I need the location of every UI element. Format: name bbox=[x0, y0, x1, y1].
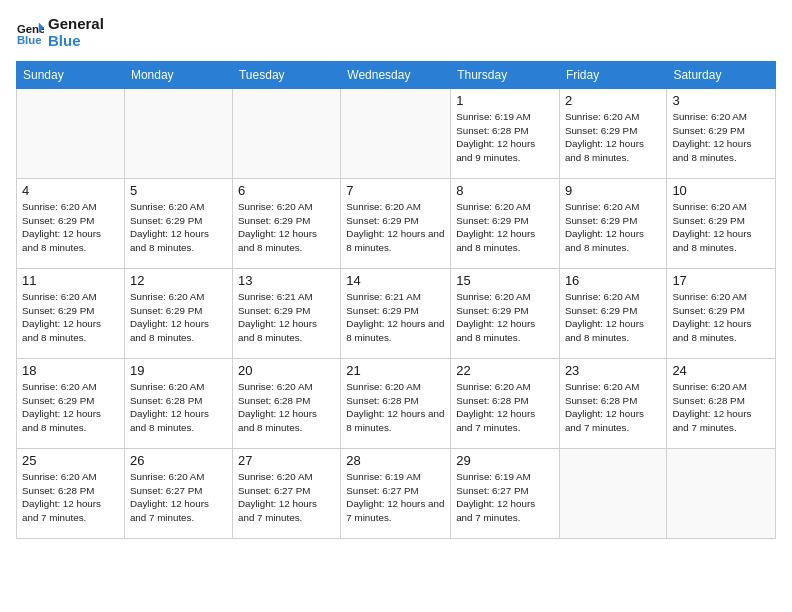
day-info: Sunrise: 6:20 AMSunset: 6:28 PMDaylight:… bbox=[672, 380, 770, 435]
calendar-cell bbox=[667, 449, 776, 539]
day-info: Sunrise: 6:20 AMSunset: 6:28 PMDaylight:… bbox=[130, 380, 227, 435]
day-number: 10 bbox=[672, 183, 770, 198]
day-number: 19 bbox=[130, 363, 227, 378]
day-info: Sunrise: 6:20 AMSunset: 6:27 PMDaylight:… bbox=[130, 470, 227, 525]
week-row-1: 1Sunrise: 6:19 AMSunset: 6:28 PMDaylight… bbox=[17, 89, 776, 179]
calendar-cell: 27Sunrise: 6:20 AMSunset: 6:27 PMDayligh… bbox=[232, 449, 340, 539]
day-number: 3 bbox=[672, 93, 770, 108]
day-info: Sunrise: 6:20 AMSunset: 6:29 PMDaylight:… bbox=[130, 290, 227, 345]
day-number: 26 bbox=[130, 453, 227, 468]
calendar-cell: 17Sunrise: 6:20 AMSunset: 6:29 PMDayligh… bbox=[667, 269, 776, 359]
day-header-wednesday: Wednesday bbox=[341, 62, 451, 89]
logo: General Blue General Blue bbox=[16, 16, 104, 49]
day-number: 1 bbox=[456, 93, 554, 108]
calendar-cell: 29Sunrise: 6:19 AMSunset: 6:27 PMDayligh… bbox=[451, 449, 560, 539]
calendar-cell: 9Sunrise: 6:20 AMSunset: 6:29 PMDaylight… bbox=[559, 179, 667, 269]
day-number: 2 bbox=[565, 93, 662, 108]
day-number: 18 bbox=[22, 363, 119, 378]
day-number: 14 bbox=[346, 273, 445, 288]
day-header-monday: Monday bbox=[124, 62, 232, 89]
day-info: Sunrise: 6:20 AMSunset: 6:28 PMDaylight:… bbox=[22, 470, 119, 525]
day-info: Sunrise: 6:20 AMSunset: 6:29 PMDaylight:… bbox=[130, 200, 227, 255]
calendar-cell: 4Sunrise: 6:20 AMSunset: 6:29 PMDaylight… bbox=[17, 179, 125, 269]
calendar-cell: 6Sunrise: 6:20 AMSunset: 6:29 PMDaylight… bbox=[232, 179, 340, 269]
day-number: 24 bbox=[672, 363, 770, 378]
calendar-cell: 26Sunrise: 6:20 AMSunset: 6:27 PMDayligh… bbox=[124, 449, 232, 539]
calendar-cell: 11Sunrise: 6:20 AMSunset: 6:29 PMDayligh… bbox=[17, 269, 125, 359]
day-number: 16 bbox=[565, 273, 662, 288]
calendar-cell: 2Sunrise: 6:20 AMSunset: 6:29 PMDaylight… bbox=[559, 89, 667, 179]
page-header: General Blue General Blue bbox=[16, 16, 776, 49]
day-number: 11 bbox=[22, 273, 119, 288]
day-number: 17 bbox=[672, 273, 770, 288]
day-header-saturday: Saturday bbox=[667, 62, 776, 89]
day-info: Sunrise: 6:20 AMSunset: 6:28 PMDaylight:… bbox=[238, 380, 335, 435]
calendar-cell: 20Sunrise: 6:20 AMSunset: 6:28 PMDayligh… bbox=[232, 359, 340, 449]
calendar-cell: 13Sunrise: 6:21 AMSunset: 6:29 PMDayligh… bbox=[232, 269, 340, 359]
day-info: Sunrise: 6:20 AMSunset: 6:29 PMDaylight:… bbox=[238, 200, 335, 255]
day-header-thursday: Thursday bbox=[451, 62, 560, 89]
day-info: Sunrise: 6:20 AMSunset: 6:28 PMDaylight:… bbox=[346, 380, 445, 435]
day-info: Sunrise: 6:20 AMSunset: 6:29 PMDaylight:… bbox=[22, 290, 119, 345]
day-info: Sunrise: 6:20 AMSunset: 6:29 PMDaylight:… bbox=[22, 380, 119, 435]
calendar-cell: 12Sunrise: 6:20 AMSunset: 6:29 PMDayligh… bbox=[124, 269, 232, 359]
day-header-friday: Friday bbox=[559, 62, 667, 89]
calendar-cell: 23Sunrise: 6:20 AMSunset: 6:28 PMDayligh… bbox=[559, 359, 667, 449]
calendar-cell bbox=[232, 89, 340, 179]
calendar-cell: 16Sunrise: 6:20 AMSunset: 6:29 PMDayligh… bbox=[559, 269, 667, 359]
day-number: 23 bbox=[565, 363, 662, 378]
day-number: 20 bbox=[238, 363, 335, 378]
day-info: Sunrise: 6:20 AMSunset: 6:29 PMDaylight:… bbox=[22, 200, 119, 255]
calendar-cell: 25Sunrise: 6:20 AMSunset: 6:28 PMDayligh… bbox=[17, 449, 125, 539]
calendar-cell: 21Sunrise: 6:20 AMSunset: 6:28 PMDayligh… bbox=[341, 359, 451, 449]
calendar-cell: 10Sunrise: 6:20 AMSunset: 6:29 PMDayligh… bbox=[667, 179, 776, 269]
day-header-sunday: Sunday bbox=[17, 62, 125, 89]
calendar-cell bbox=[17, 89, 125, 179]
day-number: 12 bbox=[130, 273, 227, 288]
day-info: Sunrise: 6:20 AMSunset: 6:27 PMDaylight:… bbox=[238, 470, 335, 525]
day-info: Sunrise: 6:20 AMSunset: 6:29 PMDaylight:… bbox=[456, 290, 554, 345]
day-number: 6 bbox=[238, 183, 335, 198]
day-info: Sunrise: 6:21 AMSunset: 6:29 PMDaylight:… bbox=[238, 290, 335, 345]
calendar-body: 1Sunrise: 6:19 AMSunset: 6:28 PMDaylight… bbox=[17, 89, 776, 539]
calendar-cell: 24Sunrise: 6:20 AMSunset: 6:28 PMDayligh… bbox=[667, 359, 776, 449]
calendar-cell: 18Sunrise: 6:20 AMSunset: 6:29 PMDayligh… bbox=[17, 359, 125, 449]
calendar-cell bbox=[559, 449, 667, 539]
day-number: 9 bbox=[565, 183, 662, 198]
day-info: Sunrise: 6:19 AMSunset: 6:27 PMDaylight:… bbox=[346, 470, 445, 525]
calendar-cell: 28Sunrise: 6:19 AMSunset: 6:27 PMDayligh… bbox=[341, 449, 451, 539]
week-row-4: 18Sunrise: 6:20 AMSunset: 6:29 PMDayligh… bbox=[17, 359, 776, 449]
calendar-cell: 19Sunrise: 6:20 AMSunset: 6:28 PMDayligh… bbox=[124, 359, 232, 449]
day-header-tuesday: Tuesday bbox=[232, 62, 340, 89]
day-info: Sunrise: 6:20 AMSunset: 6:29 PMDaylight:… bbox=[565, 200, 662, 255]
calendar-header-row: SundayMondayTuesdayWednesdayThursdayFrid… bbox=[17, 62, 776, 89]
calendar-cell: 15Sunrise: 6:20 AMSunset: 6:29 PMDayligh… bbox=[451, 269, 560, 359]
calendar-cell bbox=[341, 89, 451, 179]
day-info: Sunrise: 6:20 AMSunset: 6:29 PMDaylight:… bbox=[565, 110, 662, 165]
day-info: Sunrise: 6:20 AMSunset: 6:29 PMDaylight:… bbox=[456, 200, 554, 255]
day-number: 13 bbox=[238, 273, 335, 288]
week-row-3: 11Sunrise: 6:20 AMSunset: 6:29 PMDayligh… bbox=[17, 269, 776, 359]
svg-text:Blue: Blue bbox=[17, 33, 42, 45]
day-number: 28 bbox=[346, 453, 445, 468]
day-info: Sunrise: 6:19 AMSunset: 6:28 PMDaylight:… bbox=[456, 110, 554, 165]
day-number: 21 bbox=[346, 363, 445, 378]
day-number: 7 bbox=[346, 183, 445, 198]
day-info: Sunrise: 6:19 AMSunset: 6:27 PMDaylight:… bbox=[456, 470, 554, 525]
week-row-5: 25Sunrise: 6:20 AMSunset: 6:28 PMDayligh… bbox=[17, 449, 776, 539]
day-info: Sunrise: 6:20 AMSunset: 6:29 PMDaylight:… bbox=[672, 290, 770, 345]
calendar-table: SundayMondayTuesdayWednesdayThursdayFrid… bbox=[16, 61, 776, 539]
calendar-cell: 3Sunrise: 6:20 AMSunset: 6:29 PMDaylight… bbox=[667, 89, 776, 179]
day-number: 15 bbox=[456, 273, 554, 288]
day-info: Sunrise: 6:20 AMSunset: 6:29 PMDaylight:… bbox=[565, 290, 662, 345]
calendar-cell: 5Sunrise: 6:20 AMSunset: 6:29 PMDaylight… bbox=[124, 179, 232, 269]
day-number: 8 bbox=[456, 183, 554, 198]
day-info: Sunrise: 6:20 AMSunset: 6:28 PMDaylight:… bbox=[565, 380, 662, 435]
day-info: Sunrise: 6:20 AMSunset: 6:29 PMDaylight:… bbox=[672, 110, 770, 165]
calendar-cell bbox=[124, 89, 232, 179]
week-row-2: 4Sunrise: 6:20 AMSunset: 6:29 PMDaylight… bbox=[17, 179, 776, 269]
day-number: 22 bbox=[456, 363, 554, 378]
calendar-cell: 14Sunrise: 6:21 AMSunset: 6:29 PMDayligh… bbox=[341, 269, 451, 359]
day-number: 27 bbox=[238, 453, 335, 468]
calendar-cell: 1Sunrise: 6:19 AMSunset: 6:28 PMDaylight… bbox=[451, 89, 560, 179]
